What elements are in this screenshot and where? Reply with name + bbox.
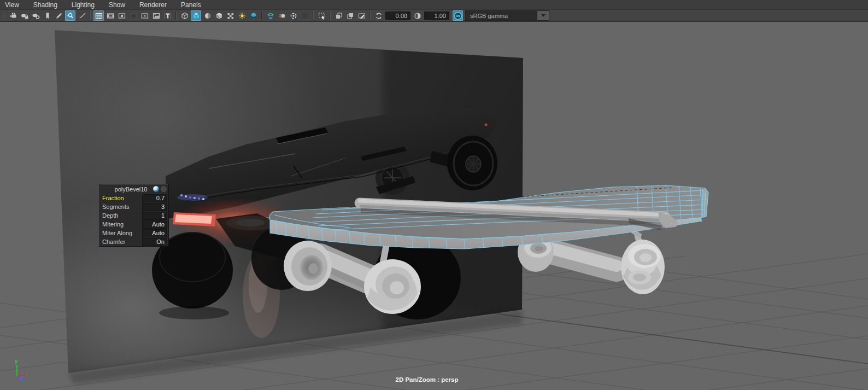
pane-back-button[interactable]: [345, 10, 355, 21]
hud-label: Segments: [99, 203, 142, 210]
image-plane-button[interactable]: [151, 10, 161, 21]
contrast-button[interactable]: [412, 10, 423, 21]
motion-blur-button[interactable]: [277, 10, 287, 21]
film-gate-icon: [95, 12, 103, 20]
film-gate-button[interactable]: [93, 10, 104, 21]
lock-camera-icon: [21, 12, 28, 20]
menu-lighting[interactable]: Lighting: [64, 0, 102, 10]
wireframe-button[interactable]: [179, 10, 190, 21]
axis-z-label: z: [20, 375, 23, 381]
exposure-icon: [375, 12, 383, 20]
anti-alias-icon: [290, 12, 297, 20]
hud-label: Miter Along: [99, 230, 142, 236]
gate-mask-button[interactable]: [116, 10, 127, 21]
color-management-toggle[interactable]: ON: [453, 10, 463, 21]
hud-label: Fraction: [99, 195, 142, 201]
safe-action-button[interactable]: [139, 10, 150, 21]
field-chart-icon: [130, 12, 137, 20]
depth-of-field-icon: [301, 12, 309, 20]
wireframe-cube-icon: [181, 12, 189, 20]
shaded-cube-icon: [192, 12, 200, 20]
depth-of-field-button[interactable]: [300, 10, 310, 21]
safe-action-icon: [141, 12, 149, 20]
camera-attributes-button[interactable]: [31, 10, 41, 21]
resize-grip-icon[interactable]: ⋰: [164, 242, 168, 246]
hud-menu-icon[interactable]: [161, 186, 167, 192]
toolbar-separator: [175, 11, 177, 20]
lock-camera-button[interactable]: [19, 10, 30, 21]
hud-text-icon: [164, 12, 172, 20]
shadows-button[interactable]: [248, 10, 259, 21]
mitering-field[interactable]: Auto: [142, 220, 167, 229]
menu-panels[interactable]: Panels: [174, 0, 208, 10]
textured-cube-icon: [215, 12, 223, 20]
grease-pencil-icon: [55, 12, 63, 20]
hud-row-fraction: Fraction 0.7: [99, 194, 168, 202]
hud-title-row[interactable]: polyBevel10: [99, 184, 168, 194]
gate-mask-icon: [118, 12, 126, 20]
toolbar-separator: [370, 11, 371, 20]
chamfer-field[interactable]: On: [142, 238, 167, 246]
view-transform-value: sRGB gamma: [466, 11, 537, 20]
anti-alias-button[interactable]: [288, 10, 298, 21]
gamma-field[interactable]: 1.00: [424, 11, 449, 20]
view-transform-dropdown[interactable]: sRGB gamma: [465, 10, 549, 21]
shaded-button[interactable]: [191, 10, 201, 21]
depth-field[interactable]: 1: [142, 212, 167, 220]
pane-front-button[interactable]: [333, 10, 344, 21]
transparency-button[interactable]: [225, 10, 236, 21]
miter-along-field[interactable]: Auto: [142, 229, 167, 237]
panel-menubar: View Shading Lighting Show Renderer Pane…: [0, 0, 868, 10]
hud-row-miter-along: Miter Along Auto: [99, 229, 168, 237]
lights-icon: [238, 12, 246, 20]
hud-label: Chamfer: [99, 238, 142, 245]
shaded-textured-button[interactable]: [202, 10, 213, 21]
field-chart-button[interactable]: [128, 10, 138, 21]
lights-button[interactable]: [237, 10, 247, 21]
image-plane-reference: [0, 0, 547, 390]
select-camera-button[interactable]: [8, 10, 18, 21]
ambient-occlusion-button[interactable]: [265, 10, 275, 21]
hud-button[interactable]: [162, 10, 173, 21]
ambient-occlusion-icon: [267, 12, 274, 20]
exposure-field[interactable]: 0.00: [385, 11, 410, 20]
material-sphere-icon[interactable]: [153, 186, 159, 192]
toolbar-separator: [90, 11, 91, 20]
svg-text:ON: ON: [456, 14, 460, 18]
menu-show[interactable]: Show: [102, 0, 132, 10]
resolution-gate-icon: [107, 12, 114, 20]
panel-toolbar: 0.00 1.00 ON sRGB gamma: [0, 10, 868, 22]
annotate-button[interactable]: [356, 10, 367, 21]
textured-button[interactable]: [214, 10, 224, 21]
hud-label: Depth: [99, 212, 142, 219]
segments-field[interactable]: 3: [142, 203, 167, 211]
annotate-icon: [358, 12, 366, 20]
isolate-select-button[interactable]: [316, 10, 327, 21]
pan-zoom-icon: [67, 12, 74, 20]
hud-label: Mitering: [99, 221, 142, 228]
brush-button[interactable]: [77, 10, 87, 21]
pan-zoom-overlay-label: 2D Pan/Zoom : persp: [395, 376, 458, 383]
menu-renderer[interactable]: Renderer: [132, 0, 174, 10]
bookmark-icon: [44, 12, 51, 20]
brush-icon: [78, 12, 86, 20]
model-front-left-wheel: [284, 241, 332, 291]
grease-pencil-button[interactable]: [54, 10, 64, 21]
select-camera-icon: [9, 12, 17, 20]
hud-title: polyBevel10: [101, 186, 153, 193]
pan-zoom-button[interactable]: [65, 10, 75, 21]
resolution-gate-button[interactable]: [105, 10, 115, 21]
exposure-button[interactable]: [373, 10, 384, 21]
menu-shading[interactable]: Shading: [26, 0, 64, 10]
hud-row-segments: Segments 3: [99, 202, 168, 211]
toolbar-separator: [4, 11, 5, 20]
hud-row-depth: Depth 1: [99, 211, 168, 220]
toolbar-separator: [330, 11, 331, 20]
fraction-field[interactable]: 0.7: [142, 194, 167, 202]
chevron-down-icon[interactable]: [537, 11, 549, 20]
bookmark-button[interactable]: [42, 10, 52, 21]
menu-view[interactable]: View: [0, 0, 26, 10]
pane-back-icon: [347, 12, 354, 20]
model-rear-right-wheel: [621, 240, 665, 294]
contrast-icon: [414, 12, 421, 20]
